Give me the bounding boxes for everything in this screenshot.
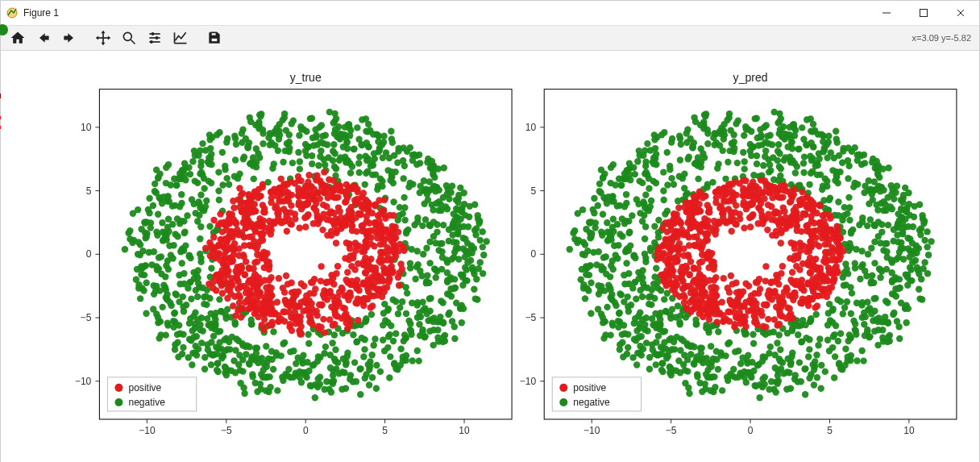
- points-group: [567, 109, 935, 402]
- svg-point-467: [360, 353, 367, 360]
- svg-point-2937: [871, 260, 878, 266]
- svg-point-1995: [318, 185, 325, 191]
- svg-point-2751: [607, 286, 613, 293]
- svg-point-899: [178, 191, 185, 198]
- svg-point-1656: [230, 302, 236, 309]
- minimize-button[interactable]: [868, 1, 905, 25]
- svg-point-549: [467, 203, 473, 210]
- svg-point-3739: [758, 177, 764, 183]
- svg-point-2298: [754, 160, 760, 167]
- svg-point-915: [397, 304, 403, 310]
- svg-point-2732: [635, 334, 642, 340]
- svg-point-2339: [715, 328, 721, 335]
- svg-point-1128: [397, 346, 404, 352]
- svg-point-3025: [812, 127, 818, 134]
- svg-point-930: [405, 318, 412, 324]
- svg-point-3149: [871, 178, 878, 185]
- svg-point-2938: [862, 160, 868, 166]
- svg-point-572: [189, 361, 195, 368]
- svg-point-248: [270, 328, 276, 335]
- svg-point-844: [413, 152, 419, 159]
- svg-point-828: [281, 339, 288, 346]
- svg-point-3266: [765, 316, 771, 323]
- svg-point-1935: [397, 241, 403, 248]
- svg-point-2011: [351, 197, 358, 203]
- svg-point-3962: [701, 219, 708, 225]
- svg-point-1447: [276, 275, 282, 281]
- svg-point-2582: [845, 157, 851, 164]
- svg-point-3194: [764, 133, 770, 139]
- svg-point-3002: [750, 340, 757, 347]
- svg-point-2017: [298, 331, 305, 337]
- svg-point-1941: [262, 253, 268, 260]
- svg-point-3967: [791, 289, 797, 296]
- svg-point-2587: [853, 357, 860, 364]
- svg-point-1077: [363, 169, 369, 176]
- svg-point-1573: [381, 197, 388, 203]
- svg-point-3192: [704, 140, 711, 147]
- svg-point-3955: [763, 302, 770, 308]
- svg-point-1099: [330, 373, 336, 379]
- edit-axis-button[interactable]: [168, 26, 193, 50]
- svg-point-2553: [805, 353, 812, 360]
- svg-point-1880: [330, 219, 336, 225]
- svg-point-475: [208, 180, 214, 186]
- svg-point-1068: [426, 178, 433, 185]
- svg-point-920: [428, 316, 434, 323]
- svg-point-3150: [870, 295, 877, 302]
- svg-point-3775: [817, 264, 824, 271]
- svg-point-443: [353, 378, 359, 385]
- svg-point-1638: [241, 242, 247, 248]
- svg-point-2713: [697, 345, 704, 352]
- svg-point-921: [305, 340, 312, 347]
- svg-point-1032: [426, 187, 432, 194]
- svg-point-1653: [309, 321, 315, 327]
- svg-point-3108: [629, 354, 636, 360]
- svg-point-2019: [246, 193, 252, 199]
- svg-point-3033: [571, 227, 578, 234]
- zoom-button[interactable]: [117, 26, 141, 50]
- svg-point-2434: [928, 238, 934, 244]
- svg-point-1985: [254, 258, 260, 264]
- svg-point-2795: [619, 331, 625, 338]
- svg-point-1079: [331, 164, 338, 170]
- svg-point-977: [304, 359, 310, 365]
- svg-point-886: [357, 391, 363, 397]
- svg-point-2965: [750, 368, 757, 374]
- svg-point-3201: [658, 367, 665, 373]
- svg-point-3193: [774, 157, 781, 164]
- svg-point-474: [366, 381, 372, 388]
- svg-point-1071: [427, 223, 434, 229]
- svg-rect-19: [211, 32, 217, 35]
- svg-point-583: [223, 175, 230, 181]
- svg-point-2425: [921, 237, 928, 243]
- svg-point-348: [330, 141, 337, 148]
- svg-point-3859: [748, 293, 754, 299]
- svg-point-646: [180, 344, 186, 351]
- svg-point-3730: [748, 214, 754, 220]
- svg-point-3114: [678, 335, 684, 342]
- pan-button[interactable]: [91, 26, 115, 50]
- close-button[interactable]: [942, 1, 979, 25]
- xtick-label: −10: [583, 425, 600, 436]
- svg-point-3702: [732, 321, 738, 327]
- svg-point-415: [197, 191, 204, 198]
- configure-subplots-button[interactable]: [143, 26, 167, 50]
- svg-point-95: [189, 158, 196, 164]
- svg-point-2801: [802, 365, 808, 372]
- back-button[interactable]: [31, 26, 56, 50]
- svg-point-1817: [247, 277, 254, 284]
- save-button[interactable]: [202, 26, 226, 50]
- maximize-button[interactable]: [905, 1, 942, 25]
- forward-button[interactable]: [57, 26, 81, 50]
- svg-point-1845: [330, 275, 336, 281]
- svg-point-3035: [619, 339, 625, 346]
- svg-point-218: [343, 361, 349, 368]
- svg-point-808: [162, 273, 168, 280]
- svg-point-548: [455, 192, 462, 198]
- svg-point-3203: [591, 210, 597, 216]
- figure-canvas[interactable]: −10−50510−10−50510y_truepositivenegative…: [1, 51, 979, 462]
- svg-point-2187: [634, 158, 641, 164]
- svg-point-2991: [895, 210, 901, 217]
- svg-point-636: [184, 212, 190, 219]
